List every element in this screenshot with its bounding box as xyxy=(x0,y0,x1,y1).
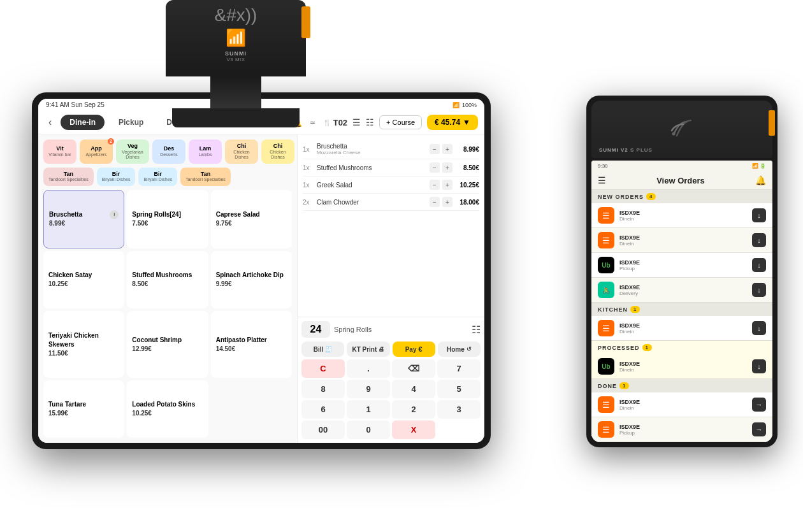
order-card-kitchen-1: ☰ ISDX9E Dinein ↓ xyxy=(591,316,772,341)
minus-btn[interactable]: − xyxy=(430,197,440,207)
key-4[interactable]: 4 xyxy=(392,380,435,398)
course-button[interactable]: + Course xyxy=(379,115,422,129)
order-card-3: Ub ISDX9E Pickup ↓ xyxy=(591,253,772,278)
plus-btn[interactable]: + xyxy=(442,162,452,173)
info-icon: i xyxy=(110,210,119,219)
key-5[interactable]: 5 xyxy=(437,380,481,398)
tab-pickup[interactable]: Pickup xyxy=(110,115,152,130)
back-button[interactable]: ‹ xyxy=(45,115,55,129)
menu-item-bruschetta[interactable]: Bruschetta i 8.99€ xyxy=(43,190,124,248)
menu-item-teriyaki[interactable]: Teriyaki Chicken Skewers 11.50€ xyxy=(43,311,124,377)
accept-order-btn-4[interactable]: ↓ xyxy=(752,283,766,297)
order-row-greek-salad: 1x Greek Salad − + 10.25€ xyxy=(303,176,479,194)
bill-button[interactable]: Bill 🧾 xyxy=(301,341,344,357)
key-X[interactable]: X xyxy=(392,421,435,439)
cat-lambs[interactable]: LamLambs xyxy=(189,140,222,164)
cat-veg[interactable]: VegVegetarian Dishes xyxy=(116,140,149,164)
menu-item-coconut-shrimp[interactable]: Coconut Shrimp 12.99€ xyxy=(127,311,208,377)
order-info-4: ISDX9E Delivery xyxy=(619,284,747,296)
minus-btn[interactable]: − xyxy=(430,180,440,190)
cat-biryani1[interactable]: BirBiryani Dishes xyxy=(97,168,136,186)
order-info-kitchen: ISDX9E Dinein xyxy=(619,322,747,334)
order-card-done-2: ☰ ISDX9E Pickup → xyxy=(591,417,772,442)
total-button[interactable]: € 45.74 ▼ xyxy=(427,115,478,130)
v2-brand-label: SUNMI V2 S PLUS xyxy=(599,147,653,153)
done-order-btn-1[interactable]: → xyxy=(752,398,766,412)
minus-btn[interactable]: − xyxy=(430,162,440,173)
menu-item-spinach-dip[interactable]: Spinach Artichoke Dip 9.99€ xyxy=(211,251,292,308)
processed-order-btn[interactable]: ↓ xyxy=(752,359,766,373)
order-row-clam-chowder: 2x Clam Chowder − + 18.00€ xyxy=(303,194,479,211)
menu-item-chicken-satay[interactable]: Chicken Satay 10.25€ xyxy=(43,251,124,308)
category-row-2: TanTandoori Specialties BirBiryani Dishe… xyxy=(43,168,292,186)
tab-dine-in[interactable]: Dine-in xyxy=(61,115,105,130)
accept-order-btn-2[interactable]: ↓ xyxy=(752,233,766,247)
kitchen-order-btn[interactable]: ↓ xyxy=(752,321,766,335)
processed-badge: 1 xyxy=(642,344,652,351)
status-battery: 📶 100% xyxy=(452,102,477,108)
key-8[interactable]: 8 xyxy=(301,380,345,398)
menu-item-antipasto[interactable]: Antipasto Platter 14.50€ xyxy=(211,311,292,377)
key-1[interactable]: 1 xyxy=(347,400,390,419)
key-dot[interactable]: . xyxy=(347,359,390,378)
order-info-3: ISDX9E Pickup xyxy=(619,259,747,271)
svg-point-0 xyxy=(672,133,676,136)
menu-item-caprese[interactable]: Caprese Salad 9.75€ xyxy=(211,190,292,248)
cat-chicken2[interactable]: ChiChicken Dishes xyxy=(261,140,294,164)
plus-btn[interactable]: + xyxy=(442,180,452,190)
pos-icon-kitchen: ☰ xyxy=(598,320,614,336)
receipt-icon: 🧾 xyxy=(325,346,332,352)
settings-icon[interactable]: ☰ xyxy=(352,117,361,127)
cat-vitamin[interactable]: VitVitamin bar xyxy=(43,140,76,164)
cat-tandoori1[interactable]: TanTandoori Specialties xyxy=(43,168,94,186)
key-9[interactable]: 9 xyxy=(347,380,390,398)
key-2[interactable]: 2 xyxy=(392,400,435,419)
key-3[interactable]: 3 xyxy=(437,400,481,419)
plus-btn[interactable]: + xyxy=(442,197,452,207)
cat-chicken1[interactable]: ChiChicken Dishes xyxy=(225,140,258,164)
key-backspace[interactable]: ⌫ xyxy=(392,359,435,378)
nfc-waves-icon: 📶 xyxy=(226,28,246,48)
v2-nfc-icon xyxy=(669,115,695,143)
key-C[interactable]: C xyxy=(301,359,345,378)
tablet-screen: 9:41 AM Sun Sep 25 📶 100% ‹ Dine-in Pick… xyxy=(38,99,484,443)
menu-item-tuna-tartare[interactable]: Tuna Tartare 15.99€ xyxy=(43,380,124,438)
v2-status-bar: 9:30 📶 🔋 xyxy=(591,161,772,171)
pay-button[interactable]: Pay € xyxy=(393,341,435,357)
grid-icon[interactable]: ☷ xyxy=(366,117,374,127)
v2-phone-screen: 9:30 📶 🔋 ☰ View Orders 🔔 NEW ORDERS 4 ☰ xyxy=(591,161,772,442)
v3-orange-bar xyxy=(301,6,310,38)
minus-btn[interactable]: − xyxy=(430,144,440,154)
cat-biryani2[interactable]: BirBiryani Dishes xyxy=(138,168,177,186)
order-card-processed-1: Ub ISDX9E Dinein ↓ xyxy=(591,354,772,379)
accept-order-btn-3[interactable]: ↓ xyxy=(752,258,766,272)
menu-item-spring-rolls[interactable]: Spring Rolls[24] 7.50€ xyxy=(127,190,208,248)
section-processed: PROCESSED 1 xyxy=(591,341,772,354)
accept-order-btn-1[interactable]: ↓ xyxy=(752,208,766,222)
key-0[interactable]: 0 xyxy=(347,421,390,439)
cat-desserts[interactable]: DesDesserts xyxy=(152,140,185,164)
home-button[interactable]: Home ↺ xyxy=(438,341,481,357)
menu-item-potato-skins[interactable]: Loaded Potato Skins 10.25€ xyxy=(127,380,208,438)
cat-tandoori2[interactable]: TanTandoori Specialties xyxy=(180,168,231,186)
kt-print-button[interactable]: KT Print 🖨 xyxy=(347,341,389,357)
order-info-done-1: ISDX9E Dinein xyxy=(619,399,747,411)
grid-icon[interactable]: ☷ xyxy=(472,324,481,336)
done-order-btn-2[interactable]: → xyxy=(752,422,766,436)
plus-btn[interactable]: + xyxy=(442,144,452,154)
hamburger-menu[interactable]: ☰ xyxy=(598,175,606,185)
orders-body: NEW ORDERS 4 ☰ ISDX9E Dinein ↓ ☰ ISDX9E … xyxy=(591,190,772,442)
key-7[interactable]: 7 xyxy=(437,359,481,378)
key-00[interactable]: 00 xyxy=(301,421,345,439)
qty-row: 24 Spring Rolls ☷ xyxy=(301,321,481,338)
action-buttons: Bill 🧾 KT Print 🖨 Pay € Home xyxy=(301,341,481,357)
v2-outer-shell: SUNMI V2 S PLUS 9:30 📶 🔋 ☰ View Orders 🔔 xyxy=(586,96,778,447)
new-orders-badge: 4 xyxy=(646,193,656,200)
key-6[interactable]: 6 xyxy=(301,400,345,419)
uber-icon: Ub xyxy=(598,257,614,273)
cat-appetizers[interactable]: AppAppetizers 2 xyxy=(80,140,113,164)
menu-item-stuffed-mushrooms[interactable]: Stuffed Mushrooms 8.50€ xyxy=(127,251,208,308)
v3-stand xyxy=(210,76,261,108)
notification-bell[interactable]: 🔔 xyxy=(755,175,766,185)
qty-item-name: Spring Rolls xyxy=(334,326,468,333)
